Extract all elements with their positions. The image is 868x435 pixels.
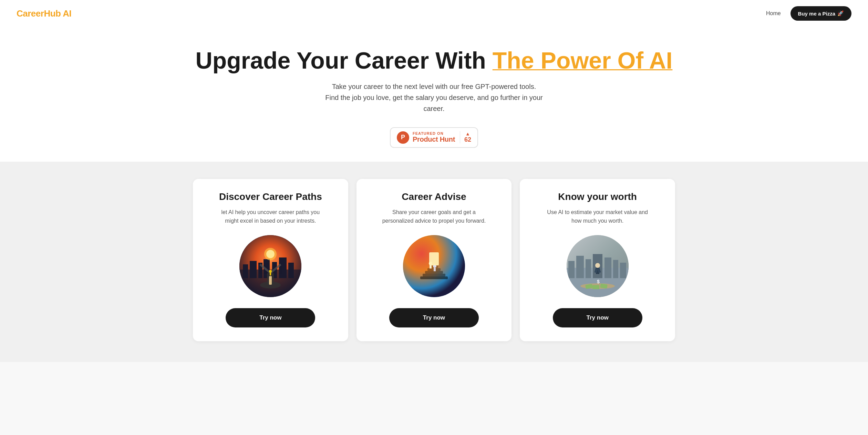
career-paths-svg [239,235,301,297]
svg-rect-32 [576,256,584,278]
card-career-paths: Discover Career Paths let AI help you un… [193,179,348,341]
svg-point-42 [595,263,600,268]
card-career-advise-button[interactable]: Try now [389,308,479,327]
buy-pizza-button[interactable]: Buy me a Pizza 🚀 [790,6,851,21]
svg-rect-3 [250,261,257,278]
svg-rect-19 [423,274,445,276]
svg-rect-24 [430,265,432,269]
hero-headline: Upgrade Your Career With The Power Of AI [14,48,854,73]
career-advise-svg [403,235,465,297]
logo-text-main: CareerHub [17,8,61,19]
card-career-paths-image [239,235,301,297]
rocket-icon: 🚀 [837,10,844,17]
ph-votes-container: ▲ 62 [460,131,471,143]
product-hunt-badge[interactable]: P FEATURED ON Product Hunt ▲ 62 [390,127,478,148]
card-career-paths-button[interactable]: Try now [226,308,315,327]
cards-section: Discover Career Paths let AI help you un… [0,162,868,362]
subtitle-line1: Take your career to the next level with … [332,83,536,90]
ph-vote-count: 62 [464,136,471,143]
card-career-advise-title: Career Advise [402,191,466,202]
product-hunt-logo: P [397,131,409,144]
know-worth-svg: $ [567,235,629,297]
subtitle-line2: Find the job you love, get the salary yo… [325,94,542,112]
cards-grid: Discover Career Paths let AI help you un… [193,179,675,341]
svg-rect-28 [429,252,439,265]
card-know-worth: Know your worth Use AI to estimate your … [520,179,675,341]
card-career-paths-title: Discover Career Paths [219,191,322,202]
svg-rect-18 [420,276,448,279]
svg-rect-26 [434,268,436,271]
headline-prefix: Upgrade Your Career With [196,47,486,73]
product-hunt-text: FEATURED ON Product Hunt [413,131,455,143]
svg-rect-31 [568,261,575,278]
card-career-advise: Career Advise Share your career goals an… [356,179,512,341]
hero-subtitle: Take your career to the next level with … [324,81,544,114]
card-know-worth-image: $ [567,235,629,297]
svg-point-13 [269,270,272,273]
hero-section: Upgrade Your Career With The Power Of AI… [0,27,868,162]
svg-rect-14 [270,273,271,275]
svg-rect-37 [620,263,626,278]
ph-featured-label: FEATURED ON [413,131,444,135]
upvote-arrow-icon: ▲ [465,131,470,136]
svg-point-16 [266,250,275,258]
svg-rect-36 [613,260,618,278]
svg-rect-7 [279,257,287,278]
headline-highlight: The Power Of AI [493,47,673,73]
card-know-worth-desc: Use AI to estimate your market value and… [542,208,653,225]
logo: CareerHub AI [17,8,71,19]
card-career-advise-image [403,235,465,297]
card-know-worth-button[interactable]: Try now [553,308,642,327]
home-link[interactable]: Home [766,10,781,17]
navbar: CareerHub AI Home Buy me a Pizza 🚀 [0,0,868,27]
svg-rect-20 [425,271,443,274]
svg-rect-40 [592,285,599,289]
logo-text-accent: AI [63,8,71,19]
card-know-worth-title: Know your worth [558,191,637,202]
svg-rect-2 [243,264,248,278]
svg-text:$: $ [597,279,600,284]
svg-rect-33 [586,259,591,278]
card-career-advise-desc: Share your career goals and get a person… [379,208,489,225]
svg-rect-35 [604,257,611,278]
svg-rect-8 [288,263,294,278]
ph-name: Product Hunt [413,135,455,143]
cta-label: Buy me a Pizza [798,11,835,17]
nav-right: Home Buy me a Pizza 🚀 [766,6,851,21]
card-career-paths-desc: let AI help you uncover career paths you… [215,208,326,225]
